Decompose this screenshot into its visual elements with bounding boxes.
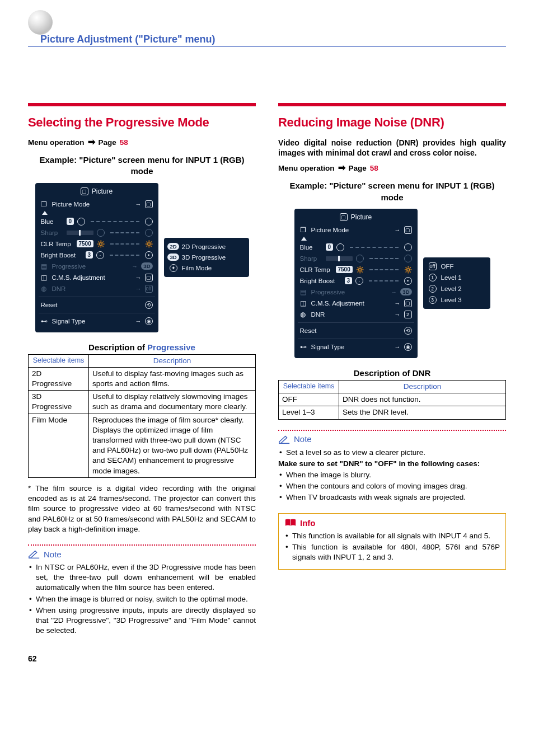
osd-and-options: ▢ Picture ❐ Picture Mode → ▢ Blue 0 <box>278 209 506 358</box>
option-level-2: 2 Level 2 <box>428 283 486 294</box>
option-label: 2D Progressive <box>182 243 226 250</box>
reset-icon: ⟲ <box>145 301 153 309</box>
badge-2d-icon: 2D <box>168 243 179 250</box>
thermometer-icon: 🔆 <box>404 266 412 274</box>
signal-icon: ⊷ <box>300 343 308 351</box>
section-accent-bar <box>278 103 506 106</box>
note-header: Note <box>28 549 256 559</box>
left-column: Selecting the Progressive Mode Menu oper… <box>28 103 256 637</box>
osd-title-text: Picture <box>92 187 113 195</box>
table-cell-key: 3D Progressive <box>29 391 89 414</box>
menu-operation-label: Menu operation <box>28 138 85 147</box>
example-caption: Example: "Picture" screen menu for INPUT… <box>36 154 248 177</box>
osd-row-label: Progressive <box>311 289 388 295</box>
arrow-right-icon: → <box>135 318 142 325</box>
page-header: Picture Adjustment ("Picture" menu) <box>28 11 506 47</box>
osd-row-label: Bright Boost <box>41 252 82 259</box>
dnr-intro: Video digital noise reduction (DNR) prov… <box>278 138 506 158</box>
signal-icon: ⊷ <box>41 317 49 325</box>
dnr-icon: ◍ <box>41 285 49 293</box>
bright-icon: • <box>404 277 412 285</box>
osd-picture-menu: ▢ Picture ❐ Picture Mode → ▢ Blue 0 <box>294 209 418 358</box>
slider-track-icon <box>91 221 139 222</box>
osd-row-icon: ❐ <box>300 226 308 234</box>
osd-row-label: Bright Boost <box>300 278 341 284</box>
section-heading-progressive: Selecting the Progressive Mode <box>28 115 256 130</box>
slider-knob-icon <box>404 243 412 251</box>
osd-row-picture-mode: ❐ Picture Mode → ▢ <box>39 199 155 210</box>
option-off: 0ff OFF <box>428 261 486 272</box>
option-label: OFF <box>441 263 454 270</box>
table-header-row: Selectable items Description <box>279 380 506 393</box>
header-orb-decoration <box>28 10 53 35</box>
table-cell-key: Level 1–3 <box>279 406 339 419</box>
slider-track-icon <box>110 232 139 233</box>
badge-3d-icon: 3D <box>168 253 179 261</box>
osd-row-label: Sharp <box>300 255 322 262</box>
table-header-items: Selectable items <box>279 380 339 393</box>
thermometer-icon: 🔆 <box>356 266 364 274</box>
menu-operation-page-number: 58 <box>120 138 128 147</box>
osd-row-label: Reset <box>41 302 142 308</box>
table-caption-prefix: Description of <box>88 342 147 352</box>
osd-row-cms: ◫ C.M.S. Adjustment → ▢ <box>298 298 414 309</box>
scroll-up-icon <box>42 211 48 215</box>
reset-icon: ⟲ <box>404 327 412 335</box>
level2-icon: 2 <box>428 285 438 293</box>
menu-operation-page-word: Page <box>349 164 367 172</box>
option-label: Film Mode <box>182 265 212 271</box>
note-item: When the image is blurred or noisy, swit… <box>28 594 256 604</box>
table-row: 2D Progressive Useful to display fast-mo… <box>29 367 256 390</box>
slider-knob-icon <box>145 229 153 237</box>
example-caption: Example: "Picture" screen menu for INPUT… <box>286 180 498 203</box>
osd-row-label: Reset <box>300 327 401 334</box>
note-sub-list: When the image is blurry. When the conto… <box>278 470 506 503</box>
arrow-right-icon: → <box>395 344 401 350</box>
option-film-mode: ✦ Film Mode <box>168 262 245 274</box>
right-column: Reducing Image Noise (DNR) Video digital… <box>278 103 506 637</box>
menu-operation-label: Menu operation <box>278 164 335 172</box>
osd-row-sharp: Sharp <box>298 253 414 264</box>
table-row: Level 1–3 Sets the DNR level. <box>279 406 506 419</box>
slider-track <box>326 256 353 261</box>
submenu-icon: ▢ <box>145 200 153 208</box>
dnr-icon: ◍ <box>300 311 308 318</box>
osd-row-label: Picture Mode <box>52 201 132 208</box>
osd-and-options: ▢ Picture ❐ Picture Mode → ▢ Blue 0 <box>28 183 256 332</box>
bright-icon: • <box>145 251 153 259</box>
off-icon: 0ff <box>428 262 438 270</box>
menu-operation-ref: Menu operation ➡ Page 58 <box>278 163 506 172</box>
osd-row-label: C.M.S. Adjustment <box>311 300 391 307</box>
info-item: This function is available for 480I, 480… <box>284 542 500 562</box>
table-cell-val: DNR does not function. <box>339 393 506 406</box>
slider-knob-icon <box>356 255 364 262</box>
osd-row-clr-temp: CLR Temp 7500 🔆 🔆 <box>39 238 155 250</box>
osd-row-progressive: ▤ Progressive → 3D <box>39 261 155 272</box>
content-columns: Selecting the Progressive Mode Menu oper… <box>28 103 506 637</box>
menu-operation-page-number: 58 <box>370 164 378 172</box>
picture-icon: ▢ <box>340 213 348 221</box>
submenu-icon: 2 <box>404 311 412 318</box>
option-2d-progressive: 2D 2D Progressive <box>168 241 245 252</box>
footnote-star: * <box>28 484 35 492</box>
progressive-icon: ▤ <box>300 288 308 296</box>
slider-knob-icon <box>336 243 344 251</box>
dim-icon: · <box>355 277 363 285</box>
table-row: 3D Progressive Useful to display relativ… <box>29 391 256 414</box>
note-label: Note <box>44 550 62 559</box>
osd-title: ▢ Picture <box>298 212 414 224</box>
progressive-icon: ▤ <box>41 262 49 270</box>
picture-icon: ▢ <box>81 187 88 195</box>
submenu-icon: ◉ <box>404 343 412 351</box>
osd-row-label: Progressive <box>52 263 129 270</box>
arrow-right-icon: → <box>135 274 142 281</box>
thermometer-icon: 🔆 <box>97 240 105 248</box>
osd-row-bright-boost: Bright Boost 3 · • <box>298 275 414 287</box>
menu-operation-ref: Menu operation ➡ Page 58 <box>28 138 256 147</box>
osd-row-label: C.M.S. Adjustment <box>52 274 132 281</box>
note-list: In NTSC or PAL60Hz, even if the 3D Progr… <box>28 562 256 636</box>
arrow-right-icon: → <box>395 311 401 318</box>
table-cell-key: 2D Progressive <box>29 367 89 390</box>
note-item: Set a level so as to view a clearer pict… <box>278 448 506 458</box>
arrow-right-icon: → <box>391 289 397 295</box>
